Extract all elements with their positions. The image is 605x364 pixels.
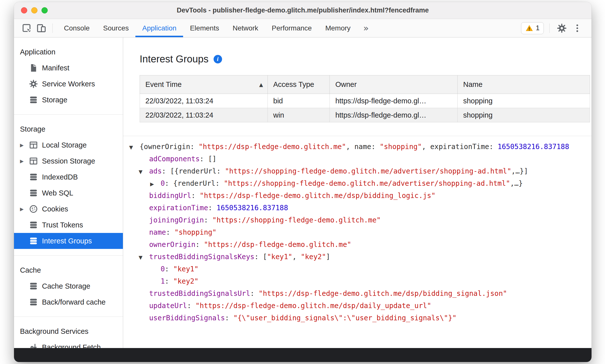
info-icon[interactable] — [214, 55, 222, 63]
table-row[interactable]: 22/03/2022, 11:03:24winhttps://dsp-fledg… — [140, 108, 590, 122]
tree-token-key: updateUrl — [149, 302, 187, 310]
tree-token-string: "https://shopping-fledge-demo.glitch.me/… — [224, 179, 510, 187]
tree-token-key: 0 — [161, 265, 165, 273]
zoom-button[interactable] — [41, 7, 48, 13]
tree-property-ads[interactable]: ▼ads: [{renderUrl: "https://shopping-fle… — [123, 165, 592, 177]
sidebar-item-label: Storage — [42, 96, 67, 104]
sidebar-item-trust-tokens[interactable]: Trust Tokens — [14, 217, 123, 233]
tree-property-trustedbiddingsignalsurl[interactable]: trustedBiddingSignalsUrl: "https://dsp-f… — [123, 287, 592, 300]
tree-property-joiningorigin[interactable]: joiningOrigin: "https://shopping-fledge-… — [123, 214, 592, 226]
sidebar-item-storage[interactable]: Storage — [14, 92, 123, 108]
tab-network[interactable]: Network — [226, 19, 265, 37]
sidebar-item-interest-groups[interactable]: Interest Groups — [14, 233, 123, 249]
sidebar-item-session-storage[interactable]: ▶Session Storage — [14, 153, 123, 169]
tree-token-key: name — [149, 228, 166, 236]
pane-title-row: Interest Groups — [140, 53, 592, 65]
tree-property-adcomponents[interactable]: adComponents: [] — [123, 153, 592, 165]
tree-property-ownerorigin[interactable]: ownerOrigin: "https://dsp-fledge-demo.gl… — [123, 238, 592, 251]
sidebar-item-service-workers[interactable]: Service Workers — [14, 76, 123, 92]
issues-badge[interactable]: 1 — [521, 22, 544, 34]
expand-chevron-icon[interactable]: ▶ — [20, 142, 24, 148]
database-icon — [29, 95, 38, 104]
tab-application[interactable]: Application — [135, 19, 183, 37]
table-cell: bid — [268, 94, 330, 108]
column-header-event-time[interactable]: Event Time▲ — [140, 75, 268, 94]
column-header-owner[interactable]: Owner — [330, 75, 458, 94]
tree-root-preview[interactable]: ▼{ownerOrigin: "https://dsp-fledge-demo.… — [123, 141, 592, 153]
sidebar-item-label: Web SQL — [42, 189, 73, 197]
sidebar-item-local-storage[interactable]: ▶Local Storage — [14, 137, 123, 153]
device-toolbar-button[interactable] — [34, 21, 48, 35]
tree-token-plain: ,…} — [510, 179, 523, 187]
window-titlebar[interactable]: DevTools - publisher-fledge-demo.glitch.… — [14, 2, 592, 19]
minimize-button[interactable] — [31, 7, 37, 13]
sidebar-item-label: Session Storage — [42, 157, 95, 165]
column-header-name[interactable]: Name — [458, 75, 590, 94]
sidebar: ApplicationManifestService WorkersStorag… — [14, 37, 123, 348]
more-options-button[interactable] — [571, 21, 584, 35]
tree-property-expirationtime[interactable]: expirationTime: 1650538216.837188 — [123, 202, 592, 214]
tree-token-plain: : [{renderUrl: — [162, 167, 225, 175]
sidebar-item-manifest[interactable]: Manifest — [14, 60, 123, 76]
tree-property-userbiddingsignals[interactable]: userBiddingSignals: "{\"user_bidding_sig… — [123, 312, 592, 324]
devtools-content: ApplicationManifestService WorkersStorag… — [14, 37, 592, 348]
expand-chevron-icon[interactable]: ▶ — [20, 206, 24, 212]
sidebar-item-cache-storage[interactable]: Cache Storage — [14, 278, 123, 294]
tree-token-string: "{\"user_bidding_signals\":\"user_biddin… — [233, 314, 456, 322]
column-header-label: Name — [463, 80, 482, 88]
sidebar-item-cookies[interactable]: ▶Cookies — [14, 201, 123, 217]
sidebar-divider — [14, 255, 123, 256]
tree-token-plain: , name: — [346, 143, 380, 151]
sidebar-section-storage: Storage — [14, 121, 123, 137]
table-cell: https://dsp-fledge-demo.gl… — [330, 108, 458, 122]
tree-property-biddingurl[interactable]: biddingUrl: "https://dsp-fledge-demo.gli… — [123, 189, 592, 202]
inspect-element-button[interactable] — [20, 21, 33, 35]
tree-collapse-icon[interactable]: ▼ — [129, 141, 140, 153]
tree-property-0[interactable]: ▶0: {renderUrl: "https://shopping-fledge… — [123, 177, 592, 189]
tree-token-plain: : [] — [200, 155, 216, 163]
settings-button[interactable] — [555, 21, 569, 35]
tab-elements[interactable]: Elements — [183, 19, 226, 37]
sidebar-item-back-forward-cache[interactable]: Back/forward cache — [14, 294, 123, 310]
tree-token-plain: : — [250, 289, 259, 298]
tree-token-plain: ,…}] — [511, 167, 528, 175]
table-cell: win — [268, 108, 330, 122]
tree-property-0[interactable]: 0: "key1" — [123, 263, 592, 275]
sidebar-section-cache: Cache — [14, 262, 123, 278]
tree-token-plain: : {renderUrl: — [165, 179, 224, 187]
traffic-lights — [21, 2, 48, 19]
tab-memory[interactable]: Memory — [318, 19, 357, 37]
tree-token-string: "https://dsp-fledge-demo.glitch.me/dsp/b… — [200, 191, 435, 200]
expand-chevron-icon[interactable]: ▶ — [20, 158, 24, 164]
tree-token-string: "key2" — [173, 277, 199, 285]
tree-property-trustedbiddingsignalskeys[interactable]: ▼trustedBiddingSignalsKeys: ["key1", "ke… — [123, 251, 592, 263]
toolbar-right: 1 — [521, 21, 586, 35]
column-header-access-type[interactable]: Access Type — [268, 75, 330, 94]
tree-token-key: adComponents — [149, 155, 200, 163]
tree-token-string: "shopping" — [380, 143, 422, 151]
tree-property-name[interactable]: name: "shopping" — [123, 226, 592, 238]
tree-token-key: ownerOrigin — [149, 240, 195, 249]
more-tabs-button[interactable]: » — [358, 23, 374, 33]
tree-property-1[interactable]: 1: "key2" — [123, 275, 592, 287]
tree-token-number: 1650538216.837188 — [498, 143, 569, 151]
tree-collapse-icon[interactable]: ▼ — [139, 166, 149, 177]
tree-collapse-icon[interactable]: ▼ — [139, 251, 149, 263]
sidebar-item-background-fetch[interactable]: Background Fetch — [14, 339, 123, 348]
table-row[interactable]: 22/03/2022, 11:03:24bidhttps://dsp-fledg… — [140, 94, 590, 108]
tree-token-string: "https://dsp-fledge-demo.glitch.me/dsp/b… — [259, 289, 507, 298]
tab-console[interactable]: Console — [57, 19, 96, 37]
sidebar-item-web-sql[interactable]: Web SQL — [14, 185, 123, 201]
sidebar-divider — [14, 114, 123, 115]
sidebar-item-indexeddb[interactable]: IndexedDB — [14, 169, 123, 185]
application-panel: Interest Groups Event Time▲Access TypeOw… — [123, 37, 592, 348]
tree-token-string: "https://shopping-fledge-demo.glitch.me" — [212, 216, 381, 224]
close-button[interactable] — [21, 7, 27, 13]
tree-property-updateurl[interactable]: updateUrl: "https://dsp-fledge-demo.glit… — [123, 300, 592, 312]
table-cell: https://dsp-fledge-demo.gl… — [330, 94, 458, 108]
tab-sources[interactable]: Sources — [96, 19, 136, 37]
tree-expand-icon[interactable]: ▶ — [150, 178, 161, 189]
sidebar-item-label: IndexedDB — [42, 173, 78, 181]
tab-performance[interactable]: Performance — [265, 19, 318, 37]
tree-token-number: 1650538216.837188 — [217, 204, 288, 212]
